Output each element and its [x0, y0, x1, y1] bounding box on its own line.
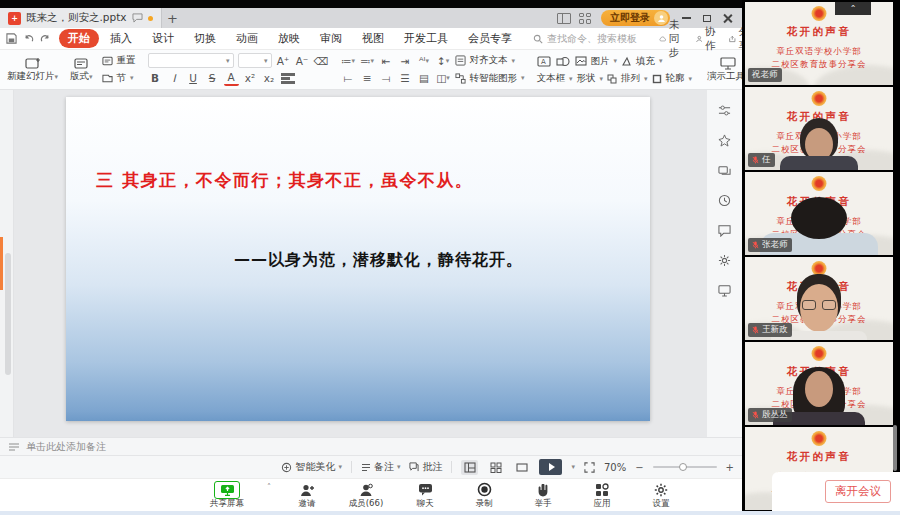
underline-button[interactable]: U [186, 71, 201, 86]
arrange-button[interactable]: 排列▾ [607, 72, 648, 85]
save-icon[interactable] [6, 33, 17, 44]
new-tab-button[interactable]: + [162, 8, 184, 28]
settings-button[interactable]: 设置 [638, 481, 684, 508]
distribute-icon[interactable]: ▤ [417, 71, 432, 86]
search-input[interactable] [547, 33, 657, 44]
section-button[interactable]: 节▾ [102, 72, 136, 85]
slide-sorter-view-button[interactable] [487, 460, 504, 475]
raise-hand-button[interactable]: 举手 [520, 481, 566, 508]
picture-button[interactable]: 图片▾ [575, 55, 618, 68]
ribbon-tab-insert[interactable]: 插入 [101, 29, 141, 48]
undo-icon[interactable] [23, 33, 34, 44]
slide-subtitle-text[interactable]: ——以身为范，潜移默化，静待花开。 [234, 250, 523, 271]
justify-icon[interactable]: ☰ [398, 71, 413, 86]
outline-button[interactable]: 轮廓▾ [652, 72, 693, 85]
reset-button[interactable]: 重置 [102, 54, 136, 67]
numbering-icon[interactable]: ≕▾ [360, 53, 375, 68]
slide-canvas[interactable]: 三 其身正，不令而行；其身不正，虽令不从。 ——以身为范，潜移默化，静待花开。 [66, 97, 650, 421]
record-button[interactable]: 录制 [461, 481, 507, 508]
tab-grid-icon[interactable] [579, 13, 593, 24]
ribbon-tab-transition[interactable]: 切换 [185, 29, 225, 48]
slideshow-play-button[interactable] [539, 459, 562, 475]
sidebar-scrollbar[interactable] [893, 425, 897, 471]
video-tile-5[interactable]: 花开的声音 章丘双语学校小学部 二校区教育故事分享会 殷丛丛 [745, 342, 893, 425]
zoom-slider[interactable] [653, 466, 717, 468]
collaborate-button[interactable]: 协作 [696, 25, 720, 53]
video-tile-3[interactable]: 花开的声音 章丘双语学校小学部 二校区教育故事分享会 张老师 [745, 172, 893, 255]
notes-placeholder[interactable]: 单击此处添加备注 [26, 440, 106, 454]
ribbon-tab-devtools[interactable]: 开发工具 [395, 29, 457, 48]
sidebar-collapse-button[interactable]: ⌃ [835, 2, 871, 15]
ribbon-tab-home[interactable]: 开始 [59, 29, 99, 48]
font-color-button[interactable]: A [224, 71, 239, 86]
properties-sliders-icon[interactable] [718, 104, 731, 117]
share-options-chevron[interactable]: ˄ [267, 483, 271, 492]
shapes-button[interactable]: 形状▾ [577, 72, 604, 85]
align-center-icon[interactable]: ≡ [360, 71, 375, 86]
settings-pane-icon[interactable] [718, 254, 731, 267]
strikethrough-button[interactable]: S [205, 71, 220, 86]
columns-icon[interactable]: ◫▾ [436, 71, 451, 86]
align-right-icon[interactable]: ⟞ [379, 71, 394, 86]
video-tile-2[interactable]: 花开的声音 章丘双语学校小学部 二校区教育故事分享会 任 [745, 87, 893, 170]
align-text-button[interactable]: 对齐文本▾ [455, 54, 516, 67]
font-family-select[interactable]: ▾ [148, 53, 234, 68]
chat-button[interactable]: 聊天 [402, 481, 448, 508]
presentation-board-icon[interactable] [718, 284, 731, 297]
normal-view-button[interactable] [461, 460, 478, 475]
bold-button[interactable]: B [148, 71, 163, 86]
ribbon-tab-view[interactable]: 视图 [353, 29, 393, 48]
highlight-button[interactable] [281, 71, 296, 86]
zoom-percent[interactable]: 70% [604, 462, 626, 473]
decrease-font-icon[interactable]: A⁻ [295, 53, 310, 68]
leave-meeting-button[interactable]: 离开会议 [825, 480, 891, 503]
zoom-slider-thumb[interactable] [679, 463, 687, 471]
italic-button[interactable]: I [167, 71, 182, 86]
share-screen-button[interactable]: 共享屏幕 [200, 481, 254, 508]
increase-indent-icon[interactable]: ⇥ [398, 53, 413, 68]
new-slide-button[interactable]: 新建幻灯片▾ [4, 52, 61, 87]
smart-beautify-button[interactable]: 智能美化▾ [281, 460, 342, 474]
text-direction-icon[interactable]: ᴬᴵ▾ [417, 53, 432, 68]
redo-icon[interactable] [40, 33, 51, 44]
fill-button[interactable]: 填充▾ [621, 55, 663, 68]
invite-button[interactable]: 邀请 [284, 481, 330, 508]
play-options-caret[interactable]: ▾ [571, 463, 575, 471]
slide-panel-scrollbar[interactable] [5, 253, 11, 375]
comments-toggle[interactable]: 批注 [409, 460, 442, 474]
reading-view-button[interactable] [513, 460, 530, 475]
font-size-select[interactable]: ▾ [238, 53, 272, 68]
video-tile-1[interactable]: 花开的声音 章丘双语学校小学部 二校区教育故事分享会 ⌃ 祝老师 [745, 2, 893, 85]
increase-font-icon[interactable]: A⁺ [276, 53, 291, 68]
slide-panel-collapsed[interactable] [0, 90, 14, 437]
ribbon-tab-design[interactable]: 设计 [143, 29, 183, 48]
smart-shape-button[interactable]: 转智能图形▾ [455, 72, 525, 85]
textbox-button[interactable]: 文本框▾ [537, 72, 573, 85]
superscript-button[interactable]: x² [243, 71, 258, 86]
decrease-indent-icon[interactable]: ⇤ [379, 53, 394, 68]
zoom-in-button[interactable]: + [726, 462, 734, 473]
layout-button[interactable]: 版式▾ [67, 52, 96, 87]
bullets-icon[interactable]: ≔▾ [341, 53, 356, 68]
video-tile-4[interactable]: 花开的声音 章丘双语学校小学部 二校区教育故事分享会 王新政 [745, 257, 893, 340]
comments-pane-icon[interactable] [718, 224, 731, 237]
ribbon-tab-review[interactable]: 审阅 [311, 29, 351, 48]
members-button[interactable]: 成员(66) [343, 481, 389, 508]
ribbon-tab-animation[interactable]: 动画 [227, 29, 267, 48]
slide-title-text[interactable]: 三 其身正，不令而行；其身不正，虽令不从。 [96, 169, 473, 192]
clear-format-icon[interactable]: ⌫ [314, 53, 329, 68]
notes-bar[interactable]: 单击此处添加备注 [0, 437, 742, 455]
document-tab[interactable]: + 既来之，则安之.pptx [0, 8, 162, 28]
present-tools-button[interactable]: 演示工具▾ [704, 52, 742, 87]
animation-pane-icon[interactable] [718, 134, 731, 147]
zoom-out-button[interactable]: − [635, 462, 643, 473]
line-spacing-icon[interactable]: ↕▾ [436, 53, 451, 68]
history-clock-icon[interactable] [718, 194, 731, 207]
ribbon-tab-slideshow[interactable]: 放映 [269, 29, 309, 48]
ribbon-tab-member[interactable]: 会员专享 [459, 29, 521, 48]
apps-button[interactable]: 应用 [579, 481, 625, 508]
split-view-icon[interactable] [557, 13, 571, 24]
command-search[interactable] [533, 33, 657, 44]
subscript-button[interactable]: x₂ [262, 71, 277, 86]
slides-pane-icon[interactable] [718, 164, 731, 177]
